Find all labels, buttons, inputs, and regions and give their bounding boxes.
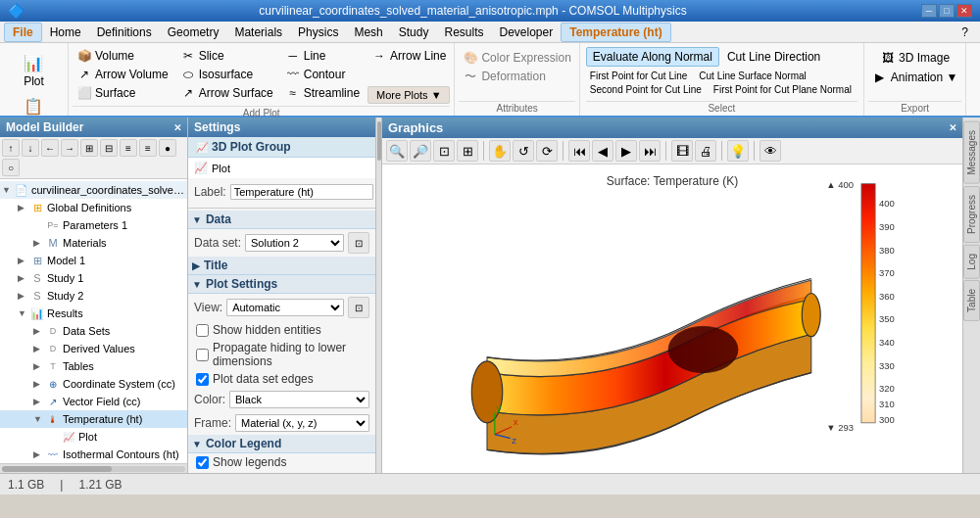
tree-item-results[interactable]: ▼ 📊 Results: [0, 305, 187, 322]
mb-right-button[interactable]: →: [61, 139, 78, 157]
volume-button[interactable]: 📦 Volume: [73, 47, 172, 65]
first-point-cut-line-button[interactable]: First Point for Cut Line: [586, 70, 691, 82]
tree-item-coordsys[interactable]: ▶ ⊕ Coordinate System (cc): [0, 375, 187, 393]
rotate-button[interactable]: ↺: [513, 140, 534, 162]
menu-developer[interactable]: Developer: [491, 24, 561, 41]
tree-item-plot[interactable]: 📈 Plot: [0, 428, 187, 446]
evaluate-along-normal-button[interactable]: Evaluate Along Normal: [586, 47, 719, 67]
mb-hide-button[interactable]: ○: [2, 159, 20, 176]
zoom-extents-button[interactable]: ⊡: [433, 140, 455, 162]
plot-settings-section-bar[interactable]: ▼ Plot Settings: [188, 275, 375, 294]
next-frame-button[interactable]: ▶: [615, 140, 637, 162]
first-frame-button[interactable]: ⏮: [568, 140, 590, 162]
color-legend-section-bar[interactable]: ▼ Color Legend: [188, 435, 375, 453]
mb-left-button[interactable]: ←: [41, 139, 59, 157]
surface-button[interactable]: ⬜ Surface: [73, 84, 172, 102]
arrow-line-button[interactable]: → Arrow Line: [368, 47, 450, 65]
title-section-bar[interactable]: ▶ Title: [188, 257, 375, 275]
dataset-browse-button[interactable]: ⊡: [348, 232, 369, 254]
data-section-bar[interactable]: ▼ Data: [188, 211, 375, 229]
menu-help[interactable]: ?: [954, 24, 976, 41]
scene-light-button[interactable]: 💡: [727, 140, 749, 162]
log-tab[interactable]: Log: [963, 245, 980, 279]
tree-item-study1[interactable]: ▶ S Study 1: [0, 269, 187, 287]
color-select[interactable]: Black: [229, 391, 369, 408]
3d-image-button[interactable]: 🖼 3D Image: [876, 49, 954, 67]
label-input[interactable]: [230, 184, 373, 200]
arrow-volume-button[interactable]: ↗ Arrow Volume: [73, 66, 172, 83]
reset-button[interactable]: ⟳: [536, 140, 558, 162]
tree-item-vectorfield[interactable]: ▶ ↗ Vector Field (cc): [0, 393, 187, 410]
tree-item-model1[interactable]: ▶ ⊞ Model 1: [0, 252, 187, 269]
print-button[interactable]: 🖨: [695, 140, 716, 162]
cut-line-surface-normal-button[interactable]: Cut Line Surface Normal: [695, 70, 810, 82]
menu-study[interactable]: Study: [391, 24, 437, 41]
mb-collapse-button[interactable]: ⊟: [100, 139, 118, 157]
slice-button[interactable]: ✂ Slice: [176, 47, 277, 65]
show-legends-checkbox[interactable]: [196, 456, 209, 469]
table-tab[interactable]: Table: [963, 280, 980, 321]
menu-home[interactable]: Home: [42, 24, 89, 41]
tree-item-materials[interactable]: ▶ M Materials: [0, 234, 187, 252]
tree-item-datasets[interactable]: ▶ D Data Sets: [0, 322, 187, 340]
zoom-out-button[interactable]: 🔎: [410, 140, 431, 162]
messages-tab[interactable]: Messages: [963, 121, 980, 184]
tree-item-derived[interactable]: ▶ D Derived Values: [0, 340, 187, 357]
tree-item-tables[interactable]: ▶ T Tables: [0, 357, 187, 375]
menu-file[interactable]: File: [4, 23, 42, 42]
progress-tab[interactable]: Progress: [963, 186, 980, 243]
mb-list1-button[interactable]: ≡: [120, 139, 137, 157]
menu-temperature[interactable]: Temperature (ht): [561, 23, 670, 42]
tree-item-params1[interactable]: P= Parameters 1: [0, 216, 187, 234]
zoom-in-button[interactable]: 🔍: [386, 140, 408, 162]
arrow-surface-button[interactable]: ↗ Arrow Surface: [176, 84, 277, 102]
menu-results[interactable]: Results: [436, 24, 491, 41]
more-plots-button[interactable]: More Plots ▼: [368, 86, 450, 104]
graphics-close-icon[interactable]: ✕: [949, 122, 956, 133]
visibility-button[interactable]: 👁: [760, 140, 781, 162]
menu-mesh[interactable]: Mesh: [346, 24, 390, 41]
menu-physics[interactable]: Physics: [290, 24, 346, 41]
zoom-selection-button[interactable]: ⊞: [457, 140, 478, 162]
menu-materials[interactable]: Materials: [226, 24, 290, 41]
dataset-select[interactable]: Solution 2: [245, 234, 344, 252]
menu-definitions[interactable]: Definitions: [89, 24, 160, 41]
tree-item-isothermal[interactable]: ▶ 〰 Isothermal Contours (ht): [0, 446, 187, 463]
minimize-button[interactable]: ─: [921, 4, 937, 18]
mb-expand-button[interactable]: ⊞: [80, 139, 98, 157]
mb-show-button[interactable]: ●: [159, 139, 176, 157]
pan-button[interactable]: ✋: [489, 140, 511, 162]
propagate-checkbox[interactable]: [196, 349, 209, 361]
prev-frame-button[interactable]: ◀: [592, 140, 613, 162]
mb-list2-button[interactable]: ≡: [139, 139, 157, 157]
tree-item-study2[interactable]: ▶ S Study 2: [0, 287, 187, 305]
tree-item-root[interactable]: ▼ 📄 curvilinear_coordinates_solved_m: [0, 181, 187, 199]
close-button[interactable]: ✕: [956, 4, 972, 18]
last-frame-button[interactable]: ⏭: [639, 140, 661, 162]
menu-geometry[interactable]: Geometry: [160, 24, 227, 41]
tree-item-temperature[interactable]: ▼ 🌡 Temperature (ht): [0, 410, 187, 428]
show-hidden-checkbox[interactable]: [196, 324, 209, 337]
deformation-button[interactable]: 〜 Deformation: [459, 68, 574, 85]
plot-button[interactable]: 📊 Plot: [9, 49, 58, 90]
mb-up-button[interactable]: ↑: [2, 139, 20, 157]
view-select[interactable]: Automatic: [226, 299, 344, 316]
render-button[interactable]: 🎞: [671, 140, 693, 162]
model-builder-close-icon[interactable]: ✕: [173, 122, 181, 133]
streamline-button[interactable]: ≈ Streamline: [281, 84, 364, 102]
graphics-content[interactable]: Surface: Temperature (K): [382, 165, 962, 473]
titlebar-controls[interactable]: ─ □ ✕: [921, 4, 972, 18]
maximize-button[interactable]: □: [939, 4, 955, 18]
plot-edges-checkbox[interactable]: [196, 373, 209, 386]
cut-line-direction-button[interactable]: Cut Line Direction: [723, 49, 824, 65]
first-point-cut-plane-normal-button[interactable]: First Point for Cut Plane Normal: [710, 83, 856, 96]
view-browse-button[interactable]: ⊡: [348, 297, 369, 318]
animation-button[interactable]: ▶ Animation ▼: [868, 69, 962, 86]
second-point-cut-line-button[interactable]: Second Point for Cut Line: [586, 83, 706, 96]
line-button[interactable]: ─ Line: [281, 47, 364, 65]
frame-select[interactable]: Material (x, y, z): [235, 414, 369, 432]
isosurface-button[interactable]: ⬭ Isosurface: [176, 66, 277, 83]
tree-item-global-defs[interactable]: ▶ ⊞ Global Definitions: [0, 199, 187, 216]
contour-button[interactable]: 〰 Contour: [281, 66, 364, 83]
mb-down-button[interactable]: ↓: [22, 139, 39, 157]
